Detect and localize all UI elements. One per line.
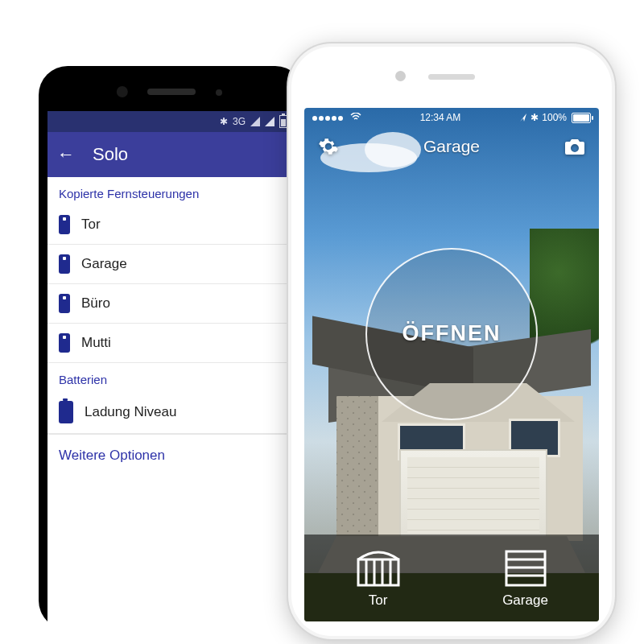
more-options-link[interactable]: Weitere Optionen	[47, 434, 295, 477]
iphone-camera-dot	[395, 71, 406, 81]
battery-label: Ladung Niveau	[85, 404, 176, 420]
section-header-remotes: Kopierte Fernsteuerungen	[47, 177, 295, 205]
battery-icon	[572, 113, 591, 123]
android-status-bar: ✱ 3G	[47, 111, 295, 132]
battery-level-item[interactable]: Ladung Niveau	[47, 391, 295, 434]
back-arrow-icon[interactable]: ←	[57, 144, 75, 165]
location-icon	[519, 113, 527, 122]
screen-title: Solo	[93, 144, 128, 165]
remote-label: Tor	[81, 217, 101, 233]
ios-tab-bar: Tor Garage	[304, 535, 599, 621]
section-header-battery: Batterien	[47, 363, 295, 391]
settings-gear-icon[interactable]	[317, 135, 340, 158]
remote-item-mutti[interactable]: Mutti	[47, 324, 295, 363]
remote-label: Mutti	[81, 335, 111, 351]
garage-door	[399, 449, 547, 541]
android-screen: ✱ 3G ← Solo Kopierte Fernsteuerungen Tor…	[47, 111, 295, 630]
cell-icon	[265, 117, 275, 126]
status-time: 12:34 AM	[420, 112, 461, 123]
ios-top-bar: Garage	[304, 130, 599, 163]
android-speaker	[147, 89, 196, 95]
more-options-label: Weitere Optionen	[59, 448, 165, 463]
tab-garage[interactable]: Garage	[452, 535, 599, 621]
signal-icon	[250, 117, 260, 126]
open-door-button[interactable]: ÖFFNEN	[365, 248, 538, 420]
svg-rect-0	[358, 559, 398, 585]
screen-title: Garage	[340, 137, 564, 156]
network-label: 3G	[233, 116, 246, 127]
tab-label: Tor	[369, 592, 388, 609]
remote-label: Büro	[81, 295, 110, 312]
remote-icon	[59, 294, 70, 313]
tab-tor[interactable]: Tor	[304, 535, 452, 621]
remote-item-tor[interactable]: Tor	[47, 205, 295, 245]
android-sensor	[216, 89, 222, 96]
battery-full-icon	[59, 401, 73, 423]
carrier-signal-icon	[312, 112, 361, 123]
iphone-speaker	[428, 74, 475, 80]
iphone-frame: 12:34 AM ✱ 100% Garage	[288, 43, 615, 639]
android-action-bar: ← Solo	[47, 132, 295, 177]
bluetooth-icon: ✱	[220, 116, 228, 127]
remote-item-buero[interactable]: Büro	[47, 284, 295, 324]
remote-item-garage[interactable]: Garage	[47, 245, 295, 284]
tab-label: Garage	[502, 592, 548, 609]
remote-label: Garage	[81, 256, 127, 272]
open-button-label: ÖFFNEN	[402, 321, 502, 346]
ios-status-bar: 12:34 AM ✱ 100%	[304, 108, 599, 127]
iphone-inner: 12:34 AM ✱ 100% Garage	[291, 47, 612, 636]
battery-icon	[279, 115, 287, 128]
remote-icon	[59, 254, 70, 274]
android-phone-frame: ✱ 3G ← Solo Kopierte Fernsteuerungen Tor…	[39, 66, 304, 630]
camera-icon[interactable]	[564, 135, 586, 158]
remote-icon	[59, 215, 70, 234]
android-camera-dot	[117, 86, 128, 97]
garage-door-icon	[503, 547, 548, 588]
remote-icon	[59, 333, 70, 353]
iphone-screen: 12:34 AM ✱ 100% Garage	[304, 108, 599, 621]
battery-pct: 100%	[542, 112, 567, 123]
gate-icon	[356, 547, 401, 588]
bluetooth-icon: ✱	[530, 112, 539, 123]
